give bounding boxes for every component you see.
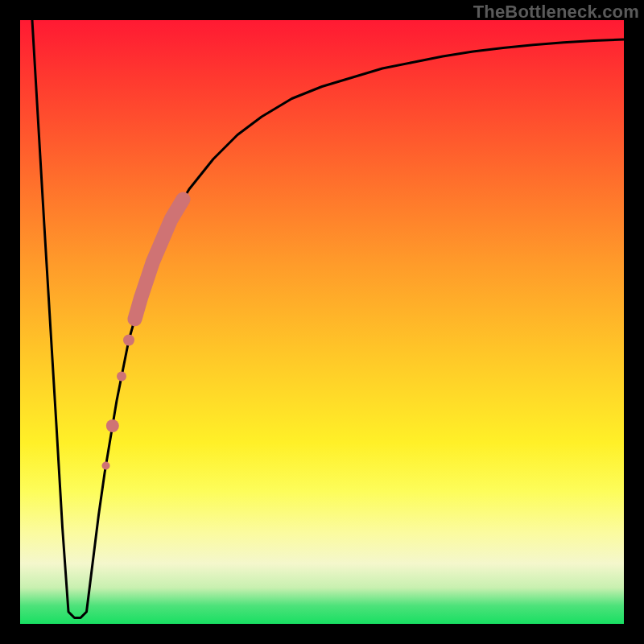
highlight-dot <box>123 335 134 346</box>
highlight-markers <box>102 200 184 470</box>
highlight-segment <box>135 200 184 320</box>
highlight-dot <box>117 372 126 382</box>
highlight-dot <box>106 419 119 432</box>
curve-path <box>32 20 624 618</box>
highlight-dot <box>102 462 110 470</box>
chart-svg <box>0 0 644 644</box>
bottleneck-curve <box>32 20 624 618</box>
chart-frame: TheBottleneck.com <box>0 0 644 644</box>
